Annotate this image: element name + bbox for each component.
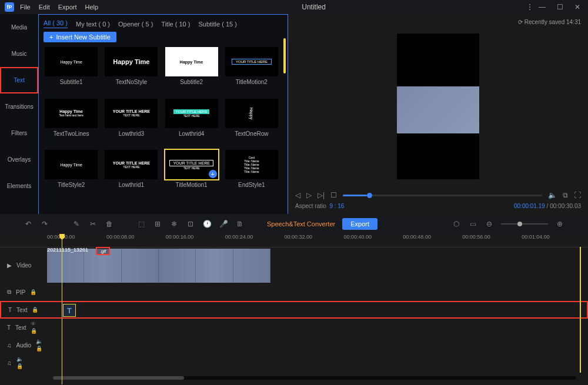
tab-subtitle[interactable]: Subtitle ( 15 ) bbox=[198, 21, 236, 28]
redo-icon[interactable]: ↷ bbox=[40, 219, 49, 229]
ruler-tick: 00:00:00.00 bbox=[47, 234, 106, 247]
menu-export[interactable]: Export bbox=[58, 4, 77, 11]
prev-frame-icon[interactable]: ◁ bbox=[295, 191, 300, 199]
track-extra: ♫ 🔈🔒 bbox=[0, 354, 588, 371]
lock-icon[interactable]: 🔒 bbox=[30, 289, 36, 295]
app-logo: fP bbox=[5, 2, 14, 12]
sidenav-transitions[interactable]: Transitions bbox=[0, 93, 38, 120]
sidenav-media[interactable]: Media bbox=[0, 14, 38, 41]
tab-all[interactable]: All ( 30 ) bbox=[44, 19, 68, 28]
library-scrollbar[interactable] bbox=[283, 38, 286, 209]
mute-icon[interactable]: 🔈 bbox=[16, 356, 23, 362]
maximize-button[interactable]: ☐ bbox=[554, 3, 566, 11]
lock-icon[interactable]: 🔒 bbox=[31, 328, 37, 334]
crop-icon[interactable]: ⬚ bbox=[136, 219, 146, 229]
more-icon[interactable] bbox=[529, 4, 530, 10]
menu-help[interactable]: Help bbox=[85, 4, 99, 11]
page-icon[interactable]: 🗎 bbox=[235, 219, 245, 229]
preset-label: TextNoStyle bbox=[116, 79, 147, 85]
preset-label: Subtitle2 bbox=[180, 79, 203, 85]
insert-subtitle-button[interactable]: + Insert New Subtitle bbox=[44, 32, 116, 42]
track-audio: ♫ Audio 🔈🔒 bbox=[0, 336, 588, 354]
library-tabs: All ( 30 ) My text ( 0 ) Opener ( 5 ) Ti… bbox=[44, 19, 283, 28]
preset-textonerow[interactable]: HappyTextOneRow bbox=[224, 99, 279, 146]
preset-lowthrid3[interactable]: YOUR TITLE HERETEXT HERELowthrid3 bbox=[103, 99, 159, 146]
preview-viewport bbox=[397, 34, 479, 179]
track-text-primary: T Text 🔒 T bbox=[0, 301, 588, 319]
tab-title[interactable]: Title ( 10 ) bbox=[161, 21, 190, 28]
menu-file[interactable]: File bbox=[20, 4, 31, 11]
play-icon[interactable]: ▷ bbox=[306, 191, 312, 199]
duration-icon[interactable]: 🕐 bbox=[202, 219, 212, 229]
zoom-icon[interactable]: ⊡ bbox=[186, 219, 195, 229]
edit-icon[interactable]: ✎ bbox=[72, 219, 81, 229]
preview-info: Aspect ratio 9 : 16 00:00:01.19 / 00:00:… bbox=[295, 203, 581, 209]
preset-grid: Happy TimeSubtitle1Happy TimeTextNoStyle… bbox=[44, 47, 283, 197]
menu-edit[interactable]: Edit bbox=[39, 4, 50, 11]
snap-icon[interactable]: ▭ bbox=[468, 219, 477, 229]
lock-icon[interactable]: 🔒 bbox=[16, 363, 23, 369]
side-nav: Media Music Text Transitions Filters Ove… bbox=[0, 14, 38, 214]
preset-label: TextOneRow bbox=[235, 130, 268, 137]
fullscreen-icon[interactable]: ⛶ bbox=[574, 191, 581, 199]
sidenav-filters[interactable]: Filters bbox=[0, 120, 38, 146]
preset-subtitle1[interactable]: Happy TimeSubtitle1 bbox=[44, 47, 99, 94]
preset-titlemotion2[interactable]: YOUR TITLE HERETitleMotion2 bbox=[224, 47, 279, 94]
sidenav-overlays[interactable]: Overlays bbox=[0, 146, 38, 173]
text-library-panel: All ( 30 ) My text ( 0 ) Opener ( 5 ) Ti… bbox=[38, 14, 288, 214]
menu-bar: File Edit Export Help bbox=[20, 4, 98, 11]
add-icon[interactable]: + bbox=[209, 170, 217, 178]
pip-track-icon: ⧉ bbox=[7, 289, 11, 296]
preset-textnostyle[interactable]: Happy TimeTextNoStyle bbox=[103, 47, 159, 94]
mosaic-icon[interactable]: ⊞ bbox=[153, 219, 162, 229]
preset-lowthrid4[interactable]: YOUR TITLE HERETEXT HERELowthrid4 bbox=[164, 99, 219, 146]
speech-text-link[interactable]: Speech&Text Converter bbox=[267, 220, 335, 227]
gif-marker: .gif bbox=[96, 247, 110, 255]
preset-texttwolines[interactable]: Happy TimeText here text hereTextTwoLine… bbox=[44, 99, 99, 146]
next-frame-icon[interactable]: ▷| bbox=[318, 191, 325, 199]
voiceover-icon[interactable]: 🎤 bbox=[219, 219, 228, 229]
ruler-tick: 00:00:40.00 bbox=[343, 234, 403, 247]
zoom-in-icon[interactable]: ⊕ bbox=[555, 219, 564, 229]
preset-titlemotion1[interactable]: YOUR TITLE HERETEXT HERE+TitleMotion1 bbox=[164, 150, 219, 197]
tab-opener[interactable]: Opener ( 5 ) bbox=[118, 21, 153, 28]
minimize-button[interactable]: — bbox=[536, 3, 548, 11]
seek-slider[interactable] bbox=[343, 195, 542, 196]
zoom-out-icon[interactable]: ⊖ bbox=[485, 219, 494, 229]
ruler-tick: 00:01:04.00 bbox=[522, 234, 581, 247]
preset-titlestyle2[interactable]: Happy TimeTitleStyle2 bbox=[44, 150, 99, 197]
stop-icon[interactable]: ☐ bbox=[330, 191, 337, 199]
tab-mytext[interactable]: My text ( 0 ) bbox=[76, 21, 110, 28]
snapshot-icon[interactable]: ⧉ bbox=[563, 191, 568, 199]
volume-icon[interactable]: 🔈 bbox=[548, 191, 557, 199]
marker-icon[interactable]: ⬡ bbox=[452, 219, 461, 229]
playback-controls: ◁ ▷ ▷| ☐ 🔈 ⧉ ⛶ bbox=[295, 191, 581, 199]
preset-lowthrid1[interactable]: YOUR TITLE HERETEXT HERELowthrid1 bbox=[103, 150, 159, 197]
freeze-icon[interactable]: ❄ bbox=[169, 219, 179, 229]
preset-label: TitleStyle2 bbox=[58, 182, 85, 188]
undo-icon[interactable]: ↶ bbox=[24, 219, 33, 229]
plus-icon: + bbox=[49, 34, 53, 41]
ruler-tick: 00:00:16.00 bbox=[166, 234, 225, 247]
lock-icon[interactable]: 🔒 bbox=[36, 346, 42, 351]
playhead[interactable] bbox=[62, 234, 62, 384]
mute-icon[interactable]: 🔈 bbox=[36, 339, 42, 344]
visibility-icon[interactable]: 👁 bbox=[31, 321, 37, 327]
ruler-tick: 00:00:32.00 bbox=[285, 234, 344, 247]
audio-track-icon: ♫ bbox=[7, 342, 12, 349]
preset-endstyle1[interactable]: CastTitle: NameTitle: NameTitle: NameTit… bbox=[224, 150, 279, 197]
export-button[interactable]: Export bbox=[342, 218, 377, 230]
preset-subtitle2[interactable]: Happy TimeSubtitle2 bbox=[164, 47, 219, 94]
time-ruler[interactable]: 00:00:00.0000:00:08.0000:00:16.0000:00:2… bbox=[47, 234, 581, 247]
timeline-scrollbar[interactable] bbox=[53, 376, 576, 380]
delete-icon[interactable]: 🗑 bbox=[105, 219, 114, 229]
zoom-slider[interactable] bbox=[501, 223, 548, 225]
cut-icon[interactable]: ✂ bbox=[88, 219, 98, 229]
sidenav-music[interactable]: Music bbox=[0, 41, 38, 67]
lock-icon[interactable]: 🔒 bbox=[32, 307, 38, 313]
sidenav-text[interactable]: Text bbox=[0, 67, 38, 93]
track-text-secondary: T Text 👁🔒 bbox=[0, 319, 588, 336]
text-clip[interactable]: T bbox=[63, 304, 76, 317]
sidenav-elements[interactable]: Elements bbox=[0, 173, 38, 199]
close-button[interactable]: ✕ bbox=[572, 3, 583, 11]
